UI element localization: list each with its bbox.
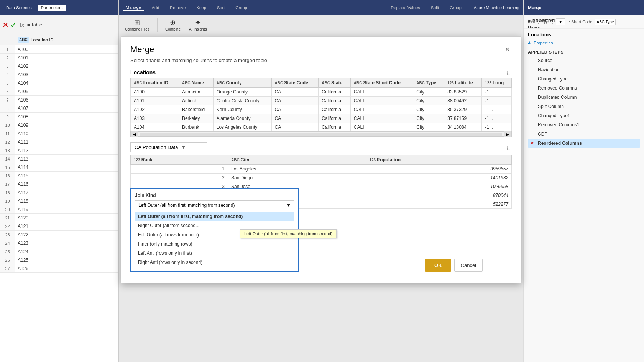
ribbon-tab-group[interactable]: Group — [232, 5, 250, 11]
table1-title: Locations — [130, 69, 156, 75]
location-id-col-header: ABC Location ID — [15, 34, 118, 45]
dialog-title: Merge — [130, 44, 154, 54]
ribbon-tab-replace[interactable]: Replace Values — [388, 5, 423, 11]
ai-icon: ✦ — [195, 18, 201, 27]
sheet-row: 26 A125 — [0, 256, 118, 264]
step-item-changed-type1[interactable]: Changed Type1 — [528, 111, 640, 120]
join-kind-dropdown[interactable]: Left Outer (all from first, matching fro… — [135, 200, 294, 210]
col-county[interactable]: ABCCounty — [213, 78, 271, 88]
location-id-cell: A103 — [15, 70, 118, 79]
join-option-1[interactable]: Right Outer (all from second... — [135, 221, 294, 230]
dialog-buttons: OK Cancel — [425, 259, 483, 272]
ribbon-tab-group2[interactable]: Group — [447, 5, 465, 11]
ribbon-tab-manage[interactable]: Manage — [123, 4, 144, 11]
step-item-navigation[interactable]: Navigation — [528, 65, 640, 74]
join-option-5[interactable]: Right Anti (rows only in second) — [135, 258, 294, 267]
row-number: 25 — [0, 247, 15, 256]
table-row[interactable]: A102 Bakersfield Kern County CA Californ… — [131, 105, 512, 114]
row-number: 18 — [0, 188, 15, 197]
table-row[interactable]: A100 Anaheim Orange County CA California… — [131, 88, 512, 97]
step-item-cdp[interactable]: CDP — [528, 129, 640, 139]
sheet-row: 8 A107 — [0, 104, 118, 113]
table2-expand-icon[interactable]: ⬚ — [507, 144, 512, 151]
row-number: 12 — [0, 138, 15, 146]
join-option-4[interactable]: Left Anti (rows only in first) — [135, 249, 294, 258]
sheet-row: 15 A114 — [0, 163, 118, 172]
ribbon-tab-keep[interactable]: Keep — [193, 5, 209, 11]
locations-table: ABCLocation ID ABCName ABCCounty ABCStat… — [130, 78, 512, 132]
col-long[interactable]: 123Long — [482, 78, 512, 88]
col-city[interactable]: ABCCity — [228, 155, 366, 165]
step-item-duplicated-column[interactable]: Duplicated Column — [528, 93, 640, 102]
ai-insights-btn[interactable]: ✦ AI Insights — [187, 18, 209, 32]
join-dropdown-arrow: ▼ — [286, 203, 291, 208]
sheet-row: 1 A100 — [0, 45, 118, 54]
table-row[interactable]: 2 San Diego 1401932 — [131, 174, 512, 182]
table2-selector: CA Population Data ▼ ⬚ — [130, 142, 512, 152]
location-id-cell: A100 — [15, 45, 118, 53]
join-option-3[interactable]: Inner (only matching rows) — [135, 239, 294, 249]
location-id-cell: A124 — [15, 247, 118, 256]
location-id-cell: A118 — [15, 197, 118, 205]
scroll-left-btn[interactable]: ◀ — [131, 131, 138, 137]
sheet-row: 18 A117 — [0, 188, 118, 197]
scroll-track[interactable] — [140, 133, 502, 136]
step-item-source[interactable]: Source — [528, 56, 640, 65]
table-row[interactable]: A101 Antioch Contra Costa County CA Cali… — [131, 97, 512, 105]
table-row[interactable]: 1 Los Angeles 3959657 — [131, 165, 512, 174]
location-id-cell: A119 — [15, 205, 118, 213]
table1-expand-icon[interactable]: ⬚ — [507, 69, 512, 75]
col-state-short[interactable]: ABCState Short Code — [350, 78, 413, 88]
azure-label: Azure Machine Learning — [474, 5, 519, 10]
step-item-changed-type[interactable]: Changed Type — [528, 74, 640, 84]
col-name[interactable]: ABCName — [179, 78, 213, 88]
row-number: 11 — [0, 129, 15, 138]
all-properties-link[interactable]: All Properties — [528, 41, 640, 45]
col-location-id[interactable]: ABCLocation ID — [131, 78, 179, 88]
step-remove-icon[interactable]: ✕ — [530, 141, 536, 146]
col-lat[interactable]: 123Latitude — [444, 78, 482, 88]
applied-steps-label: APPLIED STEPS — [528, 50, 640, 54]
cancel-icon[interactable]: ✕ — [2, 20, 9, 29]
ribbon-tab-remove[interactable]: Remove — [167, 5, 189, 11]
col-dropdown[interactable]: ▼ — [556, 18, 565, 25]
sheet-row: 2 A101 — [0, 54, 118, 62]
merge-dialog: Merge ✕ Select a table and matching colu… — [121, 36, 521, 283]
ribbon-bar: Data Sources Parameters — [0, 0, 118, 15]
table-row[interactable]: A104 Burbank Los Angeles County CA Calif… — [131, 123, 512, 132]
table-row[interactable]: A103 Berkeley Alameda County CA Californ… — [131, 114, 512, 123]
cancel-button[interactable]: Cancel — [454, 259, 483, 272]
row-number: 19 — [0, 197, 15, 205]
ribbon-tab-add[interactable]: Add — [149, 5, 163, 11]
tab-params[interactable]: Parameters — [38, 5, 66, 11]
join-option-0[interactable]: Left Outer (all from first, matching fro… — [135, 212, 294, 221]
step-item-removed-columns[interactable]: Removed Columns — [528, 84, 640, 93]
table1-scrollbar[interactable]: ◀ ▶ — [130, 131, 512, 137]
location-id-cell: A111 — [15, 138, 118, 146]
row-number: 5 — [0, 79, 15, 87]
step-item-reordered-columns[interactable]: ✕Reordered Columns — [528, 139, 640, 148]
ribbon-tab-sort[interactable]: Sort — [214, 5, 228, 11]
col-type[interactable]: ABCType — [413, 78, 444, 88]
table2-dropdown[interactable]: CA Population Data ▼ — [130, 142, 207, 152]
combine-files-btn[interactable]: ⊞ Combine Files — [123, 18, 152, 32]
step-item-split-column[interactable]: Split Column — [528, 102, 640, 111]
col-state-code[interactable]: ABCState Code — [271, 78, 319, 88]
combine-btn[interactable]: ⊕ Combine — [163, 18, 183, 32]
ribbon-top: Manage Add Remove Keep Sort Group Replac… — [119, 0, 523, 15]
tab-data[interactable]: Data Sources — [3, 5, 35, 11]
confirm-icon[interactable]: ✓ — [10, 20, 17, 29]
ok-button[interactable]: OK — [425, 259, 451, 272]
col-ref1: "ode", "Type", — [528, 20, 554, 24]
step-item-removed-columns1[interactable]: Removed Columns1 — [528, 120, 640, 129]
col-population[interactable]: 123Population — [366, 155, 512, 165]
table1-body: A100 Anaheim Orange County CA California… — [131, 88, 512, 132]
scroll-right-btn[interactable]: ▶ — [504, 131, 511, 137]
close-button[interactable]: ✕ — [503, 44, 512, 54]
row-number: 4 — [0, 70, 15, 79]
ribbon-tab-split[interactable]: Split — [428, 5, 442, 11]
col-rank[interactable]: 123Rank — [131, 155, 228, 165]
col-state[interactable]: ABCState — [319, 78, 351, 88]
row-number: 14 — [0, 155, 15, 163]
sheet-row: 13 A112 — [0, 146, 118, 155]
